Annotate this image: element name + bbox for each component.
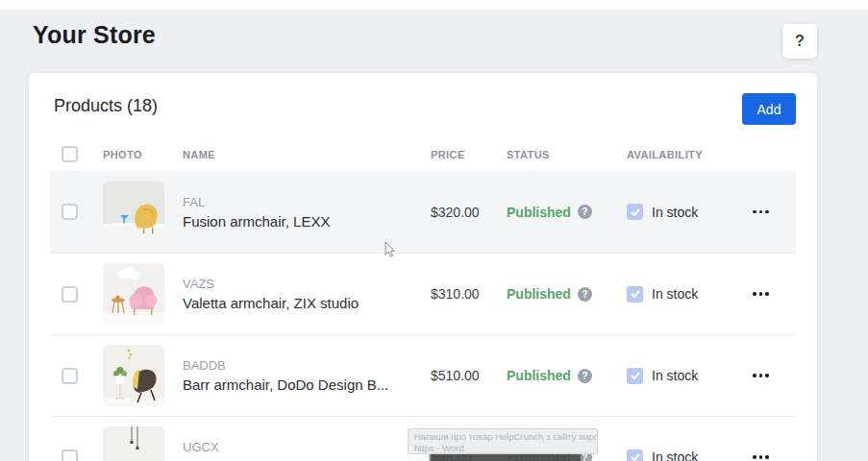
status-badge: Published xyxy=(507,286,571,302)
product-name: Fusion armchair, LEXX xyxy=(183,213,419,230)
row-actions-button[interactable] xyxy=(741,284,780,303)
ellipsis-icon xyxy=(753,374,756,377)
in-stock-checkbox[interactable] xyxy=(627,204,643,220)
row-checkbox[interactable] xyxy=(62,449,78,461)
status-help-icon[interactable]: ? xyxy=(578,205,592,219)
product-photo-green-sofa xyxy=(103,426,164,461)
add-product-button[interactable]: Add xyxy=(742,93,796,125)
ellipsis-icon xyxy=(753,292,756,296)
status-help-icon[interactable]: ? xyxy=(578,287,592,302)
select-all-checkbox[interactable] xyxy=(62,146,78,162)
products-heading: Products (18) xyxy=(54,96,158,116)
product-price: $320.00 xyxy=(419,205,495,220)
row-actions-button[interactable] xyxy=(741,448,780,461)
top-edge-strip xyxy=(0,0,868,10)
column-header-photo: PHOTO xyxy=(91,149,171,160)
row-checkbox[interactable] xyxy=(62,286,78,303)
in-stock-checkbox[interactable] xyxy=(627,368,643,384)
product-code: UGCX xyxy=(183,440,419,454)
product-code: BADDB xyxy=(183,358,419,373)
row-actions-button[interactable] xyxy=(741,203,780,222)
availability-label: In stock xyxy=(652,368,698,383)
status-badge: Published xyxy=(507,368,571,383)
table-header-row: PHOTO NAME PRICE STATUS AVAILABILITY xyxy=(50,137,796,171)
availability-label: In stock xyxy=(652,449,698,461)
page-title: Your Store xyxy=(33,21,156,49)
column-header-status: STATUS xyxy=(495,149,615,160)
product-code: VAZS xyxy=(183,277,419,291)
in-stock-checkbox[interactable] xyxy=(627,286,643,303)
column-header-price: PRICE xyxy=(419,149,495,160)
product-photo-pink-armchair xyxy=(103,263,164,325)
tooltip-line-1: Напиши про товар HelpCrunch з сайту виро… xyxy=(414,431,591,443)
row-checkbox[interactable] xyxy=(62,204,78,220)
taskbar-tooltip: Напиши про товар HelpCrunch з сайту виро… xyxy=(408,428,598,454)
product-photo-brown-armchair xyxy=(103,345,164,406)
products-card: Products (18) Add PHOTO NAME PRICE STATU… xyxy=(29,73,817,461)
mouse-cursor-icon xyxy=(384,242,398,263)
availability-label: In stock xyxy=(652,205,698,220)
tooltip-line-2: https - Word xyxy=(414,443,591,454)
table-row: BADDB Barr armchair, DoDo Design B... $5… xyxy=(50,334,796,416)
product-price: $310.00 xyxy=(419,286,495,302)
row-checkbox[interactable] xyxy=(62,368,78,384)
help-button[interactable]: ? xyxy=(782,24,817,59)
product-price: $510.00 xyxy=(419,368,495,383)
ellipsis-icon xyxy=(753,210,756,214)
products-card-header: Products (18) Add xyxy=(29,73,817,137)
column-header-availability: AVAILABILITY xyxy=(615,149,741,160)
products-table: PHOTO NAME PRICE STATUS AVAILABILITY xyxy=(50,137,796,461)
product-photo-yellow-armchair xyxy=(103,182,164,243)
product-code: FAL xyxy=(183,195,419,209)
product-name: Barr armchair, DoDo Design B... xyxy=(183,376,419,393)
ellipsis-icon xyxy=(753,455,756,459)
column-header-name: NAME xyxy=(171,149,419,160)
availability-label: In stock xyxy=(652,286,698,302)
product-name: Valetta armchair, ZIX studio xyxy=(183,295,419,311)
in-stock-checkbox[interactable] xyxy=(627,449,643,461)
status-help-icon[interactable]: ? xyxy=(578,369,592,383)
table-row: VAZS Valetta armchair, ZIX studio $310.0… xyxy=(50,253,796,334)
status-badge: Published xyxy=(507,205,571,220)
row-actions-button[interactable] xyxy=(741,366,780,385)
table-row: FAL Fusion armchair, LEXX $320.00 Publis… xyxy=(50,171,796,253)
